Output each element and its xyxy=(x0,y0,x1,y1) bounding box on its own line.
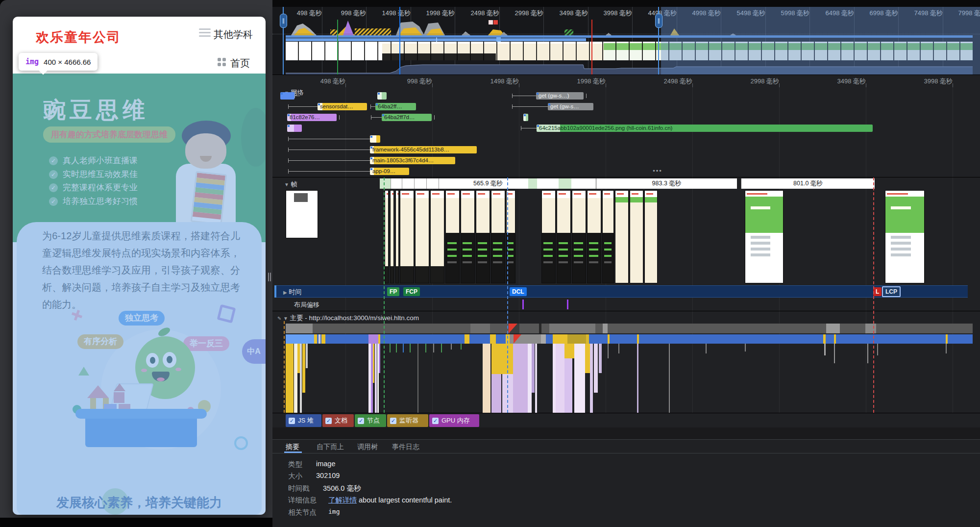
frame-screenshot[interactable] xyxy=(602,190,614,283)
dcl-guide-line xyxy=(507,177,508,413)
error-triangle-icon xyxy=(514,334,521,344)
frame-screenshot[interactable] xyxy=(385,190,389,283)
frame-duration-bar[interactable]: 983.3 毫秒 xyxy=(596,178,737,189)
frame-duration-bar[interactable]: 801.0 毫秒 xyxy=(741,178,875,189)
timings-track-header[interactable]: ▶ 时间 xyxy=(283,288,301,297)
site-logo[interactable]: 欢乐童年公司 xyxy=(36,28,121,46)
nav-other-subjects[interactable]: 其他学科 xyxy=(214,28,253,41)
overview-dimmed-region xyxy=(661,7,980,75)
checkbox-checked-icon[interactable]: ✓ xyxy=(390,418,396,424)
nav-home[interactable]: 首页 xyxy=(230,57,250,70)
translate-widget[interactable]: 中A xyxy=(242,339,266,364)
counter-documents[interactable]: ✓ 文档 xyxy=(322,414,354,427)
devtools-top-strip xyxy=(272,0,980,7)
window-left-handle[interactable]: ∥ xyxy=(280,14,287,28)
network-request-bar[interactable]: get (gw-s… xyxy=(548,103,593,110)
frame-screenshot[interactable] xyxy=(885,190,925,283)
network-request-bar[interactable]: main-18053c3f67c4d4… xyxy=(370,157,455,164)
frame-screenshot[interactable] xyxy=(557,190,571,283)
desk-body xyxy=(85,419,197,447)
frame-screenshot[interactable] xyxy=(445,190,460,283)
timeline-overview[interactable]: 498 毫秒 998 毫秒 1498 毫秒 1998 毫秒 2498 毫秒 29… xyxy=(272,7,980,75)
checkbox-checked-icon[interactable]: ✓ xyxy=(325,418,332,424)
network-request-bar[interactable]: 81c82e76… xyxy=(287,114,337,121)
counter-js-heap[interactable]: ✓ JS 堆 xyxy=(286,414,321,427)
frame-screenshot[interactable] xyxy=(491,190,505,283)
frame-screenshot[interactable] xyxy=(286,190,318,238)
frame-screenshot[interactable] xyxy=(630,190,643,283)
counter-listeners[interactable]: ✓ 监听器 xyxy=(387,414,428,427)
collapse-icon[interactable]: ▼ xyxy=(283,316,288,321)
check-icon: ✓ xyxy=(49,197,58,206)
task-band[interactable] xyxy=(286,334,973,344)
hero-bullet: ✓ 实时思维互动效果佳 xyxy=(49,169,138,180)
frame-screenshot[interactable] xyxy=(587,190,601,283)
counter-nodes[interactable]: ✓ 节点 xyxy=(355,414,386,427)
panel-resize-handle[interactable] xyxy=(268,273,269,281)
load-badge[interactable]: L xyxy=(873,287,882,296)
network-request-bar[interactable] xyxy=(377,92,387,100)
network-request-bar[interactable]: 64c215abb102a90001ede256.png (hll-coin.6… xyxy=(537,125,873,132)
main-thread-track-header[interactable]: ✎ ▼ 主要 - http://localhost:3000/m/siwei.h… xyxy=(277,314,419,323)
frame-screenshot[interactable] xyxy=(745,190,784,283)
network-request-bar[interactable] xyxy=(370,135,380,143)
frame-screenshot[interactable] xyxy=(400,190,414,283)
frames-track-header[interactable]: ▼ 帧 xyxy=(284,180,297,189)
frame-screenshot[interactable] xyxy=(415,190,429,283)
summary-row: 大小 302109 xyxy=(288,472,302,481)
frame-screenshot[interactable] xyxy=(461,190,475,283)
grid-icon xyxy=(218,58,226,66)
frame-screenshot[interactable] xyxy=(476,190,490,283)
network-request-bar[interactable]: 64ba2ff… xyxy=(375,103,416,110)
lcp-badge[interactable]: LCP xyxy=(882,286,901,297)
network-overflow-dots[interactable]: ••• xyxy=(643,167,672,175)
fp-badge[interactable]: FP xyxy=(387,287,399,296)
devtools-performance-panel: 498 毫秒 998 毫秒 1498 毫秒 1998 毫秒 2498 毫秒 29… xyxy=(272,0,980,527)
frame-screenshot[interactable] xyxy=(615,190,629,283)
collapse-icon[interactable]: ▼ xyxy=(284,182,289,187)
network-request-bar[interactable] xyxy=(280,92,294,100)
overview-ruler-label: 1998 毫秒 xyxy=(426,9,455,18)
hamburger-menu-icon[interactable] xyxy=(199,28,211,39)
edit-icon[interactable]: ✎ xyxy=(277,316,281,321)
lcp-guide-line xyxy=(873,177,874,413)
tab-call-tree[interactable]: 调用树 xyxy=(357,443,378,452)
related-node-link[interactable]: img xyxy=(328,508,340,515)
frame-screenshot[interactable] xyxy=(430,190,444,283)
layout-shift-track-header[interactable]: 布局偏移 xyxy=(294,301,319,309)
counter-gpu-memory[interactable]: ✓ GPU 内存 xyxy=(429,414,479,427)
frame-screenshot[interactable] xyxy=(395,190,399,283)
checkbox-checked-icon[interactable]: ✓ xyxy=(289,418,295,424)
checkbox-checked-icon[interactable]: ✓ xyxy=(358,418,364,424)
network-request-bar[interactable]: app-09… xyxy=(370,168,409,175)
overview-ruler-label: 1498 毫秒 xyxy=(382,9,411,18)
network-request-bar[interactable]: get (gw-s…) xyxy=(536,92,584,100)
timings-track[interactable] xyxy=(274,285,968,298)
tab-event-log[interactable]: 事件日志 xyxy=(392,443,419,452)
frame-screenshot[interactable] xyxy=(390,190,394,283)
layout-shift-mark[interactable] xyxy=(567,300,568,309)
network-request-bar[interactable]: sensorsdat… xyxy=(318,103,367,110)
panel-resize-handle[interactable] xyxy=(270,273,271,281)
learn-more-link[interactable]: 了解详情 xyxy=(328,496,357,504)
fcp-badge[interactable]: FCP xyxy=(403,287,420,296)
frame-screenshot[interactable] xyxy=(541,190,556,283)
window-right-handle[interactable]: ∥ xyxy=(655,14,662,28)
layout-shift-mark[interactable] xyxy=(522,300,524,309)
main-ruler-label: 498 毫秒 xyxy=(320,77,345,86)
main-ruler-label: 2498 毫秒 xyxy=(663,77,692,86)
expand-icon[interactable]: ▶ xyxy=(283,290,287,295)
frame-screenshot[interactable] xyxy=(644,190,658,283)
hero-title: 豌豆思维 xyxy=(43,95,149,125)
network-request-bar[interactable]: framework-4556c45dd113b8… xyxy=(370,146,477,153)
network-request-bar[interactable] xyxy=(523,114,528,121)
tab-summary[interactable]: 摘要 xyxy=(286,443,299,452)
network-request-bar[interactable]: 64ba2ff7d… xyxy=(382,114,432,121)
bubble-label: 独立思考 xyxy=(119,311,165,326)
network-request-bar[interactable] xyxy=(287,125,302,132)
tab-bottom-up[interactable]: 自下而上 xyxy=(317,443,344,452)
frame-screenshot[interactable] xyxy=(572,190,586,283)
checkbox-checked-icon[interactable]: ✓ xyxy=(432,418,439,424)
overview-network-mark xyxy=(496,37,501,42)
dcl-badge[interactable]: DCL xyxy=(510,287,527,296)
